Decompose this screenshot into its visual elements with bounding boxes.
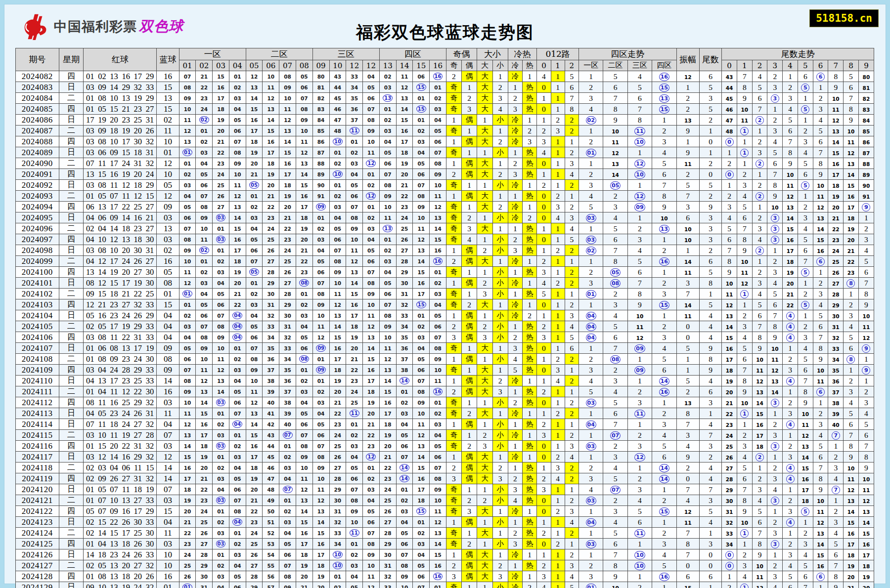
col-header-issue: 期号	[16, 48, 59, 71]
red-ball-number: 24	[132, 354, 144, 364]
sub-header-大: 大	[477, 60, 492, 71]
zone-miss-cell: 30	[279, 310, 296, 321]
zone-miss-cell: 13	[413, 441, 430, 452]
trend-cell: 2	[446, 462, 461, 473]
hit-value: 15	[659, 507, 669, 516]
trend-cell: 2	[652, 495, 676, 506]
trend-cell: 2	[477, 430, 492, 441]
trend-cell: 3	[578, 93, 603, 104]
trend-cell: 0	[537, 495, 551, 506]
trend-cell: 1	[523, 299, 537, 310]
trend-cell: 9	[858, 299, 874, 310]
zone-miss-cell: 12	[213, 365, 229, 376]
trend-cell: 热	[523, 484, 537, 495]
zone-miss-cell: 40	[279, 419, 296, 430]
red-ball-number: 01	[84, 572, 96, 582]
week-cell: 日	[59, 115, 83, 126]
trend-cell: 46	[722, 104, 737, 115]
zone-miss-cell: 05	[312, 419, 329, 430]
zone-miss-cell: 09	[296, 452, 312, 462]
trend-cell: 3	[737, 441, 752, 452]
week-cell: 二	[59, 256, 83, 267]
red-ball-number: 09	[84, 289, 96, 299]
red-ball-number: 19	[132, 93, 144, 103]
issue-cell: 2024094	[16, 202, 59, 212]
trend-cell: 热	[523, 386, 537, 397]
trend-cell: 5	[858, 256, 874, 267]
red-ball-number: 17	[84, 115, 96, 125]
zone-miss-cell: 08	[379, 310, 396, 321]
trend-cell: 冷	[508, 376, 522, 386]
zone-miss-cell: 07	[279, 560, 296, 571]
zone-miss-cell: 29	[263, 278, 279, 289]
red-ball-number: 23	[120, 115, 132, 125]
trend-cell: 1	[551, 397, 565, 408]
red-balls-cell: 091518212225	[84, 289, 157, 299]
trend-cell: 偶	[462, 136, 477, 147]
zone-miss-cell: 19	[363, 397, 380, 408]
hit-value: 14	[659, 475, 669, 483]
trend-cell: 偶	[462, 386, 477, 397]
red-ball-number: 04	[84, 376, 96, 386]
zone-miss-cell: 03	[413, 539, 430, 549]
trend-cell: 32	[828, 332, 844, 343]
trend-cell: 33	[828, 343, 844, 354]
zone-miss-cell: 10	[346, 234, 363, 245]
trend-cell: 2	[446, 256, 461, 267]
trend-cell: 24	[722, 430, 737, 441]
trend-cell: 2	[508, 528, 522, 539]
trend-cell: 9	[813, 169, 828, 180]
trend-cell: 4	[462, 234, 477, 245]
hit-value: 3	[771, 214, 779, 222]
trend-cell: 17	[752, 430, 767, 441]
red-ball-number: 14	[84, 550, 96, 560]
zone-miss-cell: 04	[229, 321, 246, 332]
trend-cell: 1	[578, 408, 603, 419]
zone-miss-cell: 05	[229, 571, 246, 582]
trend-cell: 5	[767, 289, 783, 299]
trend-cell: 1	[565, 365, 578, 376]
zone-miss-cell: 01	[363, 462, 380, 473]
red-ball-number: 13	[108, 72, 120, 82]
zone-miss-cell: 22	[196, 82, 213, 93]
red-ball-number: 27	[120, 300, 132, 310]
zone-miss-cell: 14	[179, 441, 196, 452]
trend-cell: 1	[578, 528, 603, 539]
hit-value: 6	[816, 388, 825, 396]
trend-cell: 07	[603, 484, 627, 495]
zone-miss-cell: 23	[196, 495, 213, 506]
red-ball-number: 14	[108, 224, 120, 234]
trend-cell: 15	[652, 299, 676, 310]
trend-cell: 冷	[508, 571, 522, 582]
red-balls-cell: 021415172530	[84, 528, 157, 539]
trend-cell: 18	[828, 180, 844, 191]
trend-cell: 奇	[446, 147, 461, 158]
trend-cell: 10	[722, 278, 737, 289]
hit-value: 03	[586, 497, 596, 505]
trend-cell: 9	[737, 245, 752, 256]
zone-miss-cell: 15	[379, 386, 396, 397]
zone-miss-cell: 08	[363, 115, 380, 126]
trend-cell: 15	[813, 234, 828, 245]
week-cell: 四	[59, 441, 83, 452]
trend-cell: 4	[652, 147, 676, 158]
zone-miss-cell: 16	[312, 539, 329, 549]
zone-miss-cell: 35	[279, 365, 296, 376]
trend-cell: 1	[565, 386, 578, 397]
trend-cell: 5	[844, 71, 859, 82]
zone-miss-cell: 15	[346, 289, 363, 299]
trend-cell: 1	[676, 136, 699, 147]
zone-miss-cell: 01	[213, 549, 229, 560]
red-ball-number: 32	[144, 420, 156, 429]
trend-cell: 7	[652, 180, 676, 191]
trend-cell: 4	[537, 278, 551, 289]
table-row: 2024123日02152226303304212502042351031514…	[16, 517, 874, 528]
table-header: 期号星期红球蓝球一区二区三区四区奇偶大小冷热012路四区走势振幅尾数尾数走势01…	[16, 48, 874, 71]
trend-cell: 0	[537, 452, 551, 462]
table-row: 2024126日14182324263310242801032654061817…	[16, 549, 874, 560]
zone-miss-cell: 03	[346, 560, 363, 571]
red-ball-number: 30	[144, 354, 156, 364]
site-badge[interactable]: 518158.cn	[809, 9, 879, 27]
trend-cell: 1	[492, 223, 508, 234]
red-ball-number: 17	[132, 72, 144, 82]
